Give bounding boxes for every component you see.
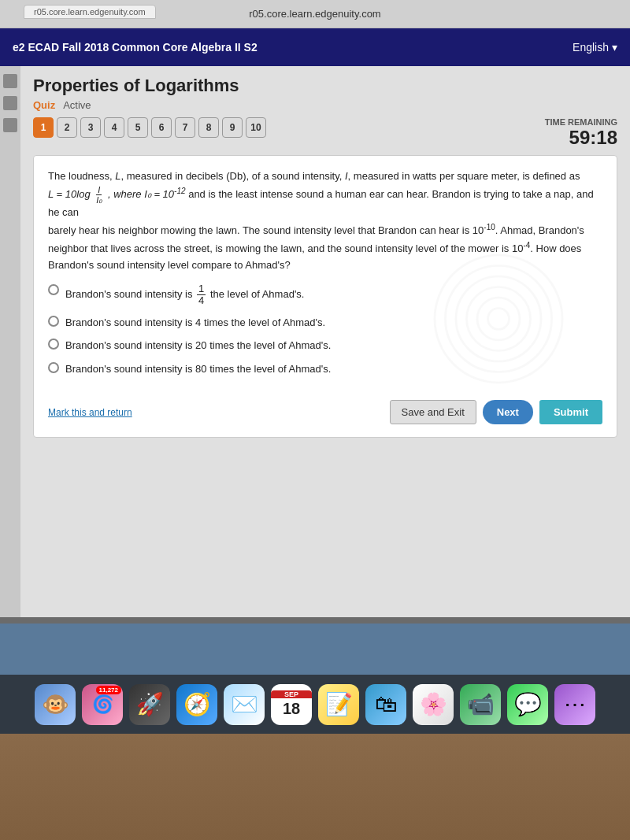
header-bar: e2 ECAD Fall 2018 Common Core Algebra II… xyxy=(0,28,630,66)
desk-background xyxy=(0,734,630,840)
question-number-5[interactable]: 5 xyxy=(128,117,148,138)
question-numbers-row: 12345678910 xyxy=(33,117,266,138)
dock-launchpad-badge: 11,272 xyxy=(96,686,121,694)
option-b-label: Brandon's sound intensity is 4 times the… xyxy=(65,315,325,331)
dock-launchpad[interactable]: 🌀 11,272 xyxy=(82,684,123,725)
main-content: Properties of Logarithms Quiz Active 123… xyxy=(0,66,630,617)
option-d-label: Brandon's sound intensity is 80 times th… xyxy=(65,361,331,377)
option-b-radio[interactable] xyxy=(48,316,59,327)
options-list: Brandon's sound intensity is 1 4 the lev… xyxy=(48,283,602,376)
option-d[interactable]: Brandon's sound intensity is 80 times th… xyxy=(48,361,602,377)
language-label: English xyxy=(573,41,609,54)
question-number-3[interactable]: 3 xyxy=(80,117,101,138)
question-number-7[interactable]: 7 xyxy=(175,117,195,138)
dock-notes[interactable]: 📝 xyxy=(318,684,359,725)
question-number-6[interactable]: 6 xyxy=(151,117,172,138)
option-c-radio[interactable] xyxy=(48,339,59,350)
question-number-10[interactable]: 10 xyxy=(246,117,266,138)
browser-bar: r05.core.learn.edgenuity.com r05.core.le… xyxy=(0,0,630,28)
dock-photos[interactable]: 🌸 xyxy=(413,684,454,725)
option-d-radio[interactable] xyxy=(48,362,59,373)
sidebar-calculator-icon[interactable] xyxy=(3,96,17,110)
question-number-1[interactable]: 1 xyxy=(33,117,54,138)
option-a[interactable]: Brandon's sound intensity is 1 4 the lev… xyxy=(48,283,602,307)
sidebar-arrow-icon[interactable] xyxy=(3,118,17,132)
browser-url: r05.core.learn.edgenuity.com xyxy=(249,8,380,20)
dock-appstore[interactable]: 🛍 xyxy=(365,684,406,725)
sidebar-pencil-icon[interactable] xyxy=(3,74,17,88)
question-number-2[interactable]: 2 xyxy=(57,117,77,138)
option-c[interactable]: Brandon's sound intensity is 20 times th… xyxy=(48,338,602,353)
card-footer: Mark this and return Save and Exit Next … xyxy=(48,392,602,424)
question-card: The loudness, L, measured in decibels (D… xyxy=(33,155,617,438)
question-number-8[interactable]: 8 xyxy=(198,117,219,138)
option-b[interactable]: Brandon's sound intensity is 4 times the… xyxy=(48,315,602,331)
dock-more[interactable]: ⋯ xyxy=(554,684,595,725)
mark-return-link[interactable]: Mark this and return xyxy=(48,407,132,418)
dock-safari[interactable]: 🧭 xyxy=(176,684,217,725)
dock-messages[interactable]: 💬 xyxy=(507,684,548,725)
option-a-label: Brandon's sound intensity is 1 4 the lev… xyxy=(65,283,304,307)
dock-finder[interactable]: 🐵 xyxy=(35,684,76,725)
quiz-label-row: Quiz Active xyxy=(33,99,617,111)
option-a-radio[interactable] xyxy=(48,284,59,295)
formula: L = 10log I I₀ , where I₀ = 10-12 xyxy=(48,188,188,200)
footer-buttons: Save and Exit Next Submit xyxy=(390,400,602,424)
page-title: Properties of Logarithms xyxy=(33,76,617,96)
browser-tab: r05.core.learn.edgenuity.com xyxy=(24,5,156,19)
quiz-area: Properties of Logarithms Quiz Active 123… xyxy=(20,66,630,617)
active-label: Active xyxy=(63,99,91,111)
question-number-4[interactable]: 4 xyxy=(104,117,124,138)
mac-screen-background: 🐵 🌀 11,272 🚀 🧭 ✉️ SEP 18 📝 🛍 🌸 📹 💬 ⋯ xyxy=(0,624,630,734)
next-button[interactable]: Next xyxy=(483,400,533,424)
dock-facetime[interactable]: 📹 xyxy=(460,684,501,725)
left-sidebar xyxy=(0,66,20,617)
timer-value: 59:18 xyxy=(545,127,617,149)
timer-label: TIME REMAINING xyxy=(545,117,617,127)
quiz-label: Quiz xyxy=(33,99,55,111)
browser-tab-text: r05.core.learn.edgenuity.com xyxy=(34,7,146,17)
timer-block: TIME REMAINING 59:18 xyxy=(545,117,617,149)
dock-mail[interactable]: ✉️ xyxy=(224,684,265,725)
header-title: e2 ECAD Fall 2018 Common Core Algebra II… xyxy=(13,41,258,54)
dock-calendar[interactable]: SEP 18 xyxy=(271,684,312,725)
dock-rocket[interactable]: 🚀 xyxy=(129,684,170,725)
option-c-label: Brandon's sound intensity is 20 times th… xyxy=(65,338,331,353)
content-wrapper: Properties of Logarithms Quiz Active 123… xyxy=(0,66,630,617)
question-text: The loudness, L, measured in decibels (D… xyxy=(48,168,602,274)
question-number-9[interactable]: 9 xyxy=(222,117,243,138)
mac-dock: 🐵 🌀 11,272 🚀 🧭 ✉️ SEP 18 📝 🛍 🌸 📹 💬 ⋯ xyxy=(0,675,630,734)
save-exit-button[interactable]: Save and Exit xyxy=(390,400,476,424)
language-selector[interactable]: English ▾ xyxy=(573,41,617,54)
language-chevron-icon: ▾ xyxy=(612,41,617,54)
submit-button[interactable]: Submit xyxy=(539,400,602,424)
